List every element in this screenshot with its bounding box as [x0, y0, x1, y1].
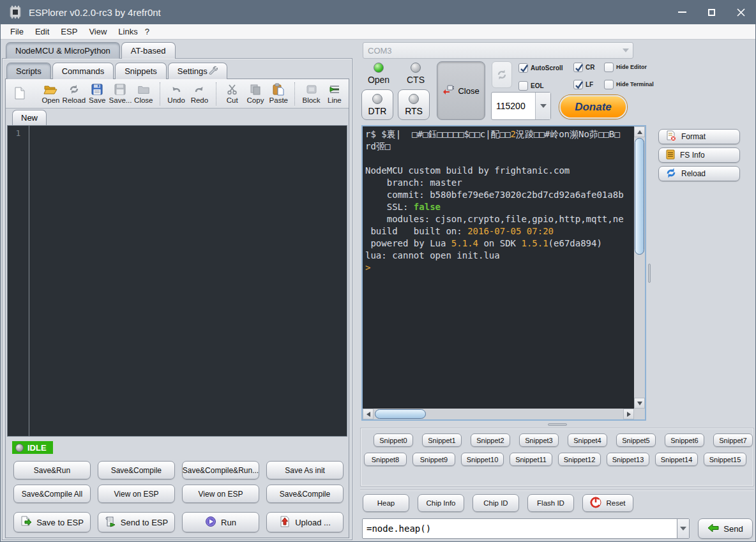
- tab-nodemcu-micropython[interactable]: NodeMCU & MicroPython: [6, 42, 120, 59]
- view-on-esp-button-2[interactable]: View on ESP: [182, 485, 259, 503]
- send-button[interactable]: Send: [698, 518, 753, 539]
- snippet13-button[interactable]: Snippet13: [607, 453, 649, 466]
- editor-tab-new[interactable]: New: [12, 110, 47, 125]
- snippet2-button[interactable]: Snippet2: [471, 433, 510, 447]
- command-history-arrow[interactable]: [677, 519, 689, 538]
- block-button[interactable]: Block: [299, 80, 322, 107]
- maximize-button[interactable]: [697, 0, 726, 24]
- snippet1-button[interactable]: Snippet1: [422, 433, 462, 447]
- save-button[interactable]: Save: [86, 80, 109, 107]
- save-as-init-button[interactable]: Save As init: [266, 461, 344, 479]
- cr-checkbox[interactable]: CR: [573, 63, 594, 72]
- toolbar-separator: [216, 82, 216, 105]
- snippet0-button[interactable]: Snippet0: [374, 433, 413, 447]
- rescan-ports-button[interactable]: [492, 61, 512, 88]
- paste-button[interactable]: Paste: [267, 80, 290, 107]
- command-input[interactable]: [363, 519, 677, 538]
- run-button[interactable]: Run: [182, 512, 259, 532]
- send-to-esp-button[interactable]: Send to ESP: [98, 512, 175, 532]
- main-splitter[interactable]: [352, 41, 360, 540]
- snippet11-button[interactable]: Snippet11: [510, 453, 552, 466]
- save-compile-button-2[interactable]: Save&Compile: [266, 485, 344, 503]
- fs-info-button[interactable]: FS Info: [658, 147, 740, 163]
- autoscroll-checkbox[interactable]: AutoScroll: [518, 63, 563, 73]
- terminal-splitter[interactable]: [360, 421, 754, 428]
- snippet10-button[interactable]: Snippet10: [461, 453, 504, 466]
- redo-button-label: Redo: [191, 96, 209, 104]
- line-button[interactable]: Line: [323, 80, 346, 107]
- menu-view[interactable]: View: [83, 26, 112, 38]
- save-as-button[interactable]: Save...: [109, 80, 132, 107]
- fs-splitter[interactable]: [646, 125, 652, 421]
- undo-button[interactable]: Undo: [165, 80, 188, 107]
- chip-info-button[interactable]: Chip Info: [418, 494, 464, 512]
- editor-content[interactable]: [29, 126, 347, 436]
- flash-id-button[interactable]: Flash ID: [527, 494, 574, 512]
- unplug-icon: [442, 84, 455, 98]
- reset-button[interactable]: Reset: [582, 494, 633, 512]
- terminal-hscrollbar[interactable]: [363, 409, 645, 419]
- format-button[interactable]: Format: [658, 129, 740, 144]
- terminal[interactable]: r$ $裏| □#□鈺□□□□□$□□c|配□□2況踜□□#岭on瀕No茆□□B…: [361, 125, 646, 421]
- scroll-right-icon[interactable]: [623, 409, 634, 419]
- close-button[interactable]: [726, 0, 755, 24]
- upload-button[interactable]: Upload ...: [266, 512, 344, 532]
- dtr-button[interactable]: DTR: [361, 89, 393, 120]
- com-port-select[interactable]: COM3: [363, 42, 633, 59]
- save-compile-run-button[interactable]: Save&Compile&Run...: [182, 461, 259, 479]
- terminal-vscrollbar[interactable]: [634, 126, 645, 409]
- tab-settings[interactable]: Settings: [168, 63, 227, 79]
- save-compile-all-button[interactable]: Save&Compile All: [13, 485, 91, 503]
- save-run-button[interactable]: Save&Run: [13, 461, 91, 479]
- snippet15-button[interactable]: Snippet15: [704, 453, 746, 466]
- baud-rate-select[interactable]: 115200: [491, 92, 551, 120]
- redo-button[interactable]: Redo: [188, 80, 211, 107]
- new-file-button[interactable]: [8, 80, 31, 107]
- terminal-output[interactable]: r$ $裏| □#□鈺□□□□□$□□c|配□□2況踜□□#岭on瀕No茆□□B…: [363, 126, 634, 409]
- snippet5-button[interactable]: Snippet5: [616, 433, 656, 447]
- snippet14-button[interactable]: Snippet14: [655, 453, 698, 466]
- save-to-esp-button[interactable]: Save to ESP: [13, 512, 91, 532]
- tab-commands[interactable]: Commands: [52, 63, 114, 79]
- vscroll-thumb[interactable]: [635, 138, 644, 255]
- chip-id-button[interactable]: Chip ID: [472, 494, 519, 512]
- snippet3-button[interactable]: Snippet3: [519, 433, 559, 447]
- minimize-button[interactable]: [667, 0, 697, 24]
- open-button[interactable]: Open: [39, 80, 62, 107]
- menu-links[interactable]: Links: [112, 26, 143, 38]
- lf-checkbox[interactable]: LF: [573, 80, 593, 89]
- copy-button[interactable]: Copy: [244, 80, 267, 107]
- snippet8-button[interactable]: Snippet8: [364, 453, 407, 466]
- save-compile-button[interactable]: Save&Compile: [98, 461, 175, 479]
- reload-button[interactable]: Reload: [63, 80, 86, 107]
- hscroll-thumb[interactable]: [375, 409, 426, 419]
- menu-[interactable]: ?: [144, 26, 155, 38]
- tab-snippets[interactable]: Snippets: [115, 63, 167, 79]
- heap-button[interactable]: Heap: [363, 494, 409, 512]
- donate-button[interactable]: Donate: [559, 95, 627, 119]
- close-port-button[interactable]: Close: [437, 61, 485, 120]
- scroll-up-icon[interactable]: [634, 126, 645, 137]
- scroll-left-icon[interactable]: [363, 409, 374, 419]
- menu-edit[interactable]: Edit: [29, 26, 55, 38]
- menu-file[interactable]: File: [4, 26, 29, 38]
- hide-terminal-checkbox[interactable]: Hide Terminal: [604, 80, 654, 89]
- code-editor[interactable]: 1: [7, 125, 347, 437]
- snippet4-button[interactable]: Snippet4: [568, 433, 607, 447]
- reload-fs-button[interactable]: Reload: [658, 166, 740, 181]
- snippet12-button[interactable]: Snippet12: [558, 453, 601, 466]
- snippet9-button[interactable]: Snippet9: [412, 453, 455, 466]
- tab-at-based[interactable]: AT-based: [121, 42, 176, 59]
- tab-scripts[interactable]: Scripts: [6, 63, 51, 79]
- cut-button[interactable]: Cut: [221, 80, 244, 107]
- hide-editor-checkbox[interactable]: Hide Editor: [604, 63, 647, 72]
- snippet7-button[interactable]: Snippet7: [713, 433, 753, 447]
- snippet6-button[interactable]: Snippet6: [665, 433, 704, 447]
- rts-button[interactable]: RTS: [398, 89, 430, 120]
- scroll-down-icon[interactable]: [634, 398, 645, 409]
- close-file-button[interactable]: Close: [132, 80, 155, 107]
- menu-esp[interactable]: ESP: [55, 26, 83, 38]
- eol-checkbox[interactable]: EOL: [518, 81, 544, 91]
- view-on-esp-button[interactable]: View on ESP: [98, 485, 175, 503]
- terminal-line: SSL: false: [365, 201, 633, 213]
